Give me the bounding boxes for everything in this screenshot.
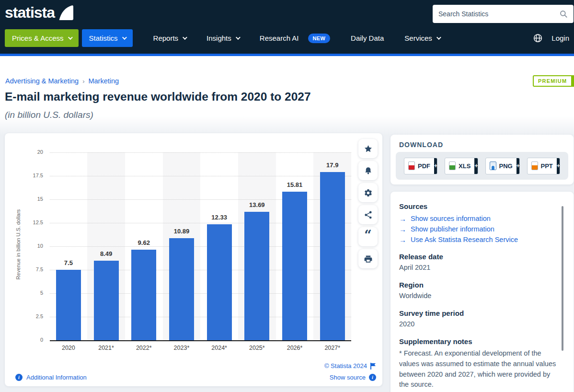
logo-text: statista	[5, 5, 55, 20]
chevron-down-icon	[183, 35, 187, 40]
nav-statistics-label: Statistics	[89, 34, 118, 42]
info-icon: i	[15, 374, 23, 381]
nav-research-ai[interactable]: Research AI NEW	[260, 34, 330, 43]
alert-bell-button[interactable]	[358, 161, 378, 180]
page-title: E-mail marketing revenue worldwide from …	[5, 90, 311, 104]
x-axis-category-label: 2024*	[200, 345, 238, 351]
bar-chart: 02.557.51012.51517.5207.520208.492021*9.…	[5, 133, 382, 386]
nav-services[interactable]: Services	[404, 34, 440, 42]
y-tick-label: 2.5	[21, 313, 43, 319]
source-link[interactable]: →Show sources information	[399, 213, 562, 224]
gear-icon	[364, 188, 373, 197]
additional-information-link[interactable]: i Additional Information	[15, 374, 87, 381]
bar-value-label: 10.89	[163, 228, 201, 235]
source-link-label: Show sources information	[411, 215, 491, 222]
source-link[interactable]: →Use Ask Statista Research Service	[399, 234, 562, 245]
download-pdf-button[interactable]: PDF+	[404, 158, 437, 174]
survey-period-value: 2020	[399, 320, 562, 328]
cite-button[interactable]: “	[358, 227, 378, 246]
search-input[interactable]	[438, 10, 559, 18]
chart-toolbar: “	[358, 139, 378, 268]
download-plus-icon[interactable]: +	[557, 158, 560, 174]
chart-bar[interactable]	[320, 172, 345, 340]
breadcrumb-current[interactable]: Marketing	[88, 77, 119, 85]
search-box[interactable]	[433, 5, 574, 23]
y-tick-label: 15	[21, 196, 43, 202]
breadcrumb-separator: ›	[82, 78, 84, 85]
ppt-file-icon	[531, 161, 538, 170]
bar-value-label: 15.81	[276, 181, 314, 188]
breadcrumb-category[interactable]: Advertising & Marketing	[5, 77, 79, 85]
chart-card: Revenue in billion U.S. dollars 02.557.5…	[5, 133, 382, 386]
chart-bar[interactable]	[207, 224, 232, 340]
favorite-star-button[interactable]	[358, 139, 378, 158]
nav-insights[interactable]: Insights	[207, 34, 239, 42]
flag-icon[interactable]	[370, 363, 376, 369]
y-tick-label: 17.5	[21, 173, 43, 178]
y-tick-label: 20	[21, 149, 43, 155]
chart-bar[interactable]	[169, 238, 194, 340]
nav-prices-label: Prices & Access	[12, 34, 64, 42]
chevron-down-icon	[436, 35, 441, 40]
nav-prices-access-button[interactable]: Prices & Access	[5, 29, 79, 47]
login-link[interactable]: Login	[551, 34, 569, 42]
site-header: statista Prices & Access Statistics Repo…	[0, 0, 574, 56]
source-link[interactable]: →Show publisher information	[399, 224, 562, 234]
download-format-label: PNG	[499, 162, 513, 170]
search-icon[interactable]	[559, 10, 568, 18]
chevron-down-icon	[68, 35, 73, 40]
cite-quote-icon: “	[364, 233, 372, 241]
print-button[interactable]	[358, 249, 378, 268]
x-axis-category-label: 2020	[50, 345, 88, 351]
nav-statistics-button[interactable]: Statistics	[82, 29, 133, 47]
source-link-label: Use Ask Statista Research Service	[411, 236, 518, 243]
download-xls-button[interactable]: XLS+	[445, 158, 478, 174]
print-icon	[364, 254, 373, 264]
chart-bar[interactable]	[282, 192, 307, 340]
chart-copyright[interactable]: © Statista 2024	[324, 362, 376, 369]
share-button[interactable]	[358, 205, 378, 224]
statista-logo[interactable]: statista	[5, 5, 73, 20]
release-date-heading: Release date	[399, 253, 562, 261]
share-icon	[364, 210, 373, 219]
premium-badge[interactable]: PREMIUM +	[533, 75, 574, 87]
pdf-file-icon	[408, 161, 415, 170]
x-axis-category-label: 2021*	[87, 345, 125, 351]
y-tick-label: 7.5	[21, 266, 43, 272]
download-panel: PDF+XLS+PNG+PPT+	[396, 152, 568, 180]
main-nav: Prices & Access Statistics Reports Insig…	[5, 29, 440, 47]
download-plus-icon[interactable]: +	[434, 158, 437, 174]
star-icon	[364, 144, 373, 153]
download-format-label: PPT	[541, 162, 553, 170]
bar-value-label: 17.9	[313, 161, 351, 169]
supplementary-notes-text: * Forecast. An exponential development o…	[399, 348, 560, 390]
source-link-label: Show publisher information	[411, 225, 494, 233]
scrollbar-thumb[interactable]	[562, 206, 563, 351]
y-tick-label: 12.5	[21, 219, 43, 225]
info-icon: i	[369, 374, 376, 381]
supplementary-notes-heading: Supplementary notes	[399, 337, 562, 346]
chart-bar[interactable]	[56, 270, 81, 340]
bar-value-label: 13.69	[238, 201, 276, 208]
download-plus-icon[interactable]: +	[517, 158, 520, 174]
x-axis-category-label: 2027*	[313, 345, 351, 351]
nav-daily-data[interactable]: Daily Data	[351, 34, 384, 42]
globe-language-icon[interactable]	[533, 33, 543, 43]
region-value: Worldwide	[399, 292, 562, 300]
chart-bar[interactable]	[244, 212, 269, 340]
breadcrumb: Advertising & Marketing › Marketing	[5, 77, 119, 85]
download-format-label: XLS	[459, 162, 471, 170]
png-file-icon	[490, 161, 496, 170]
nav-reports[interactable]: Reports	[153, 34, 186, 42]
x-axis-category-label: 2025*	[238, 345, 276, 351]
download-png-button[interactable]: PNG+	[485, 158, 520, 174]
download-ppt-button[interactable]: PPT+	[527, 158, 560, 174]
new-badge: NEW	[308, 34, 331, 43]
x-axis-category-label: 2026*	[276, 345, 314, 351]
settings-button[interactable]	[358, 183, 378, 202]
chart-bar[interactable]	[131, 250, 156, 340]
chart-bar[interactable]	[94, 261, 119, 340]
show-source-link[interactable]: Show source i	[330, 374, 376, 381]
download-plus-icon[interactable]: +	[474, 158, 478, 174]
chevron-down-icon	[236, 35, 241, 40]
